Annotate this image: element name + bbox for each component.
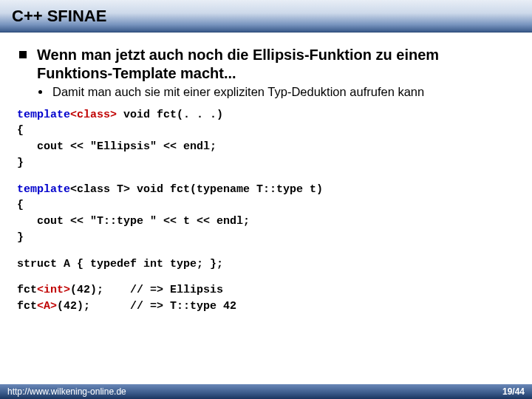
code2-l2: { [17, 199, 24, 211]
footer-url: http://www.wilkening-online.de [7, 386, 126, 397]
code2-l4: } [17, 231, 24, 244]
code1-tparam: <class> [70, 109, 117, 121]
code4-l2b: <A> [37, 300, 57, 313]
code2-rest: <class T> void fct(typename T::type t) [70, 183, 323, 196]
code4-l2a: fct [17, 300, 37, 313]
code-block-2: template<class T> void fct(typename T::t… [17, 182, 517, 246]
bullet-sub-text: Damit man auch sie mit einer expliziten … [52, 84, 424, 100]
code1-l4: } [17, 157, 24, 169]
square-bullet-icon [19, 51, 27, 58]
code4-l1c: (42); // => Ellipsis [70, 284, 223, 296]
code1-kw: template [17, 109, 70, 121]
footer-page-number: 19/44 [502, 386, 525, 397]
code1-l2: { [17, 124, 24, 137]
title-bar: C++ SFINAE [0, 0, 532, 33]
footer: http://www.wilkening-online.de 19/44 [0, 384, 532, 399]
dot-bullet-icon [38, 90, 42, 94]
code-block-3: struct A { typedef int type; }; [17, 256, 517, 273]
code4-l2c: (42); // => T::type 42 [57, 300, 236, 313]
code4-l1b: <int> [37, 284, 70, 296]
code-block-4: fct<int>(42); // => Ellipsis fct<A>(42);… [17, 282, 517, 315]
code4-l1a: fct [17, 284, 37, 296]
bullet-main-text: Wenn man jetzt auch noch die Ellipsis-Fu… [37, 46, 517, 83]
code1-l3: cout << "Ellipsis" << endl; [17, 140, 216, 153]
bullet-sub: Damit man auch sie mit einer expliziten … [38, 84, 517, 100]
code1-rest: void fct(. . .) [117, 109, 223, 121]
code2-l3: cout << "T::type " << t << endl; [17, 215, 250, 228]
code2-kw: template [17, 183, 70, 196]
slide-title: C++ SFINAE [12, 7, 106, 26]
slide-content: Wenn man jetzt auch noch die Ellipsis-Fu… [0, 33, 532, 315]
code-block-1: template<class> void fct(. . .) { cout <… [17, 107, 517, 171]
bullet-main: Wenn man jetzt auch noch die Ellipsis-Fu… [19, 46, 517, 83]
code3-line: struct A { typedef int type; }; [17, 258, 223, 270]
